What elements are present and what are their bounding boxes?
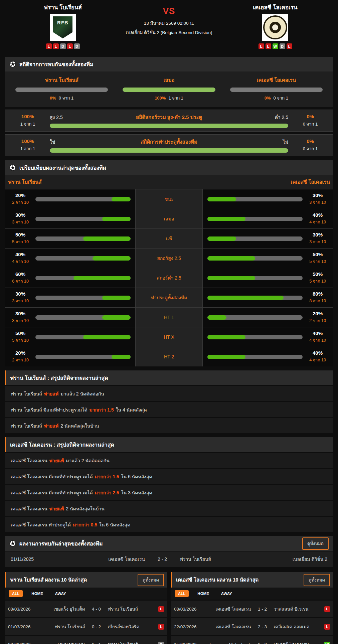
away-percent: 20% bbox=[307, 311, 329, 316]
away-percent: 40% bbox=[307, 330, 329, 336]
away-bar bbox=[207, 315, 303, 320]
away-side: 50%5 จาก 10 bbox=[203, 268, 333, 288]
summary-row: เคเอสซี โลเคอเรนพ่ายแพ้2 นัดหลังสุดในบ้า… bbox=[5, 501, 333, 516]
summary-highlight: พ่ายแพ้ bbox=[49, 457, 64, 464]
match-datetime: 13 มีนาคม 2569 02:00 น. bbox=[110, 19, 228, 27]
away-count: 3 จาก 10 bbox=[307, 199, 329, 206]
section-header: สถิติจากการพบกันของทั้งสองทีม bbox=[5, 57, 333, 71]
home-recent-table: ฟราน โบเรียนส์ ผลงาน 10 นัดล่าสุด ดูทั้ง… bbox=[5, 572, 167, 644]
compare-row-label: ชนะ bbox=[135, 189, 203, 209]
home-percent: 30% bbox=[9, 311, 31, 316]
summary-row: เคเอสซี โลเคอเรนพ่ายแพ้มาแล้ว 2 นัดติดต่… bbox=[5, 453, 333, 468]
home-bar bbox=[35, 276, 131, 280]
home-bar bbox=[35, 315, 131, 320]
view-all-button[interactable]: ดูทั้งหมด bbox=[138, 574, 164, 586]
home-bar bbox=[35, 335, 131, 339]
summary-highlight: พ่ายแพ้ bbox=[44, 390, 59, 397]
home-form-badges: L L D L D bbox=[9, 43, 116, 49]
match-row[interactable]: 01/03/2026ฟราน โบเรียนส์0 - 2เบียรส์ชอทว… bbox=[5, 618, 167, 635]
view-all-button[interactable]: ดูทั้งหมด bbox=[302, 537, 329, 550]
summary-row: ฟราน โบเรียนส์พ่ายแพ้มาแล้ว 2 นัดติดต่อก… bbox=[5, 386, 333, 401]
tab-away[interactable]: AWAY bbox=[218, 590, 235, 597]
match-row[interactable]: 22/02/2026เคเอสซี โลเคอเรน2 - 3เควีเอสเค… bbox=[171, 618, 333, 635]
home-team-name: ฟราน โบเรียนส์ bbox=[9, 3, 116, 12]
view-all-button[interactable]: ดูทั้งหมด bbox=[304, 574, 330, 586]
away-bar bbox=[207, 256, 303, 261]
form-badge: D bbox=[60, 43, 66, 49]
match-row[interactable]: 22/02/2026เคเอเอส ยูเปน1 - 1ฟราน โบเรียน… bbox=[5, 636, 167, 644]
home-side: 60%6 จาก 10 bbox=[5, 268, 135, 288]
home-team: ฟราน โบเรียนส์ bbox=[40, 623, 88, 630]
result-badge: L bbox=[158, 624, 164, 630]
count-value: 0 จาก 1 bbox=[292, 145, 328, 152]
summary-row: เคเอสซี โลเคอเรน ทำประตูได้มากกว่า 0.5ใน… bbox=[5, 517, 333, 532]
away-team-name: เคเอสซี โลเคอเรน bbox=[222, 3, 329, 12]
h2h-match-row[interactable]: 01/11/2025 เคเอสซี โลเคอเรน 2 - 2 ฟราน โ… bbox=[5, 551, 333, 567]
away-team-block: เคเอสซี โลเคอเรน L L W D L bbox=[222, 3, 329, 49]
away-team-logo bbox=[262, 14, 288, 41]
compare-row: 30%3 จาก 10 เสมอ 40%4 จาก 10 bbox=[5, 209, 333, 228]
result-badge: W bbox=[324, 642, 330, 644]
away-count: 8 จาก 10 bbox=[307, 298, 329, 304]
match-date: 22/02/2026 bbox=[174, 624, 206, 629]
home-percent: 50% bbox=[9, 330, 31, 336]
home-percent: 30% bbox=[9, 212, 31, 218]
away-summary-section: เคเอสซี โลเคอเรน : สรุปสถิติจากผลงานล่าส… bbox=[5, 437, 333, 532]
column-label: เคเอสซี โลเคอเรน bbox=[230, 76, 323, 84]
tab-away[interactable]: AWAY bbox=[52, 590, 69, 597]
compare-team-names: ฟราน โบเรียนส์ เคเอสซี โลเคอเรน bbox=[5, 175, 333, 189]
tab-home[interactable]: HOME bbox=[194, 590, 212, 597]
summary-text: ฟราน โบเรียนส์ มีเกมที่ทำประตูรวมได้ bbox=[11, 406, 87, 414]
away-side: 30%3 จาก 10 bbox=[203, 229, 333, 248]
round-crest-icon bbox=[263, 15, 287, 39]
away-side: 80%8 จาก 10 bbox=[203, 288, 333, 307]
percent-value: 100% bbox=[155, 96, 166, 101]
percent-value: 0% bbox=[50, 96, 56, 101]
filter-tabs: ALL HOME AWAY bbox=[5, 588, 167, 600]
summary-highlight: มากกว่า 0.5 bbox=[73, 521, 97, 528]
btts-band: 100% 1 จาก 1 ใช่ สถิติการทำประตูทั้งสองท… bbox=[5, 134, 333, 156]
home-team: Jeunesse Molenbeek bbox=[206, 642, 254, 644]
summary-text: เคเอสซี โลเคอเรน ทำประตูได้ bbox=[11, 521, 71, 528]
summary-highlight: มากกว่า 1.5 bbox=[89, 406, 114, 414]
compare-home-name: ฟราน โบเรียนส์ bbox=[8, 178, 41, 186]
progress-bar bbox=[230, 88, 323, 92]
away-bar bbox=[207, 236, 303, 241]
match-row[interactable]: 08/03/2026เชอแร็ง ยูไนเต็ด4 - 0ฟราน โบเร… bbox=[5, 601, 167, 617]
h2h-results-section: ผลงานการพบกันล่าสุดของทั้งสองทีม ดูทั้งห… bbox=[5, 536, 333, 567]
tab-home[interactable]: HOME bbox=[28, 590, 46, 597]
over-under-band: 100% 1 จาก 1 สูง 2.5 สถิติสกอร์รวม สูง-ต… bbox=[5, 110, 333, 132]
away-percent: 40% bbox=[307, 350, 329, 356]
match-row[interactable]: 15/02/2026Jeunesse Molenbeek1 - 2เคเอสซี… bbox=[171, 636, 333, 644]
tab-all[interactable]: ALL bbox=[175, 590, 189, 597]
home-side: 30%3 จาก 10 bbox=[5, 308, 135, 327]
right-option-label: ต่ำ 2.5 bbox=[248, 114, 288, 121]
match-date: 01/03/2026 bbox=[8, 624, 40, 629]
away-team: เคเอสซี โลเคอเรน bbox=[271, 641, 319, 644]
away-bar bbox=[207, 355, 303, 359]
section-title: ผลงานการพบกันล่าสุดของทั้งสองทีม bbox=[19, 539, 103, 548]
compare-away-name: เคเอสซี โลเคอเรน bbox=[291, 178, 330, 186]
count-value: 0 จาก 1 bbox=[273, 96, 288, 101]
home-count: 3 จาก 10 bbox=[9, 317, 31, 324]
shield-crest-icon: RFB bbox=[53, 16, 72, 38]
summary-highlight: มากกว่า 1.5 bbox=[95, 473, 119, 480]
home-percent: 40% bbox=[9, 252, 31, 257]
result-badge: L bbox=[158, 606, 164, 612]
form-badge: L bbox=[266, 43, 271, 49]
summary-highlight: มากกว่า 2.5 bbox=[95, 489, 119, 496]
summary-text: มาแล้ว 2 นัดติดต่อกัน bbox=[66, 457, 110, 464]
summary-text: เคเอสซี โลเคอเรน bbox=[11, 457, 47, 464]
summary-row: ฟราน โบเรียนส์พ่ายแพ้2 นัดหลังสุดในบ้าน bbox=[5, 418, 333, 433]
match-date: 08/03/2026 bbox=[8, 607, 40, 612]
band-title: สถิติสกอร์รวม สูง-ต่ำ 2.5 ประตู bbox=[90, 113, 248, 121]
home-team: เชอแร็ง ยูไนเต็ด bbox=[40, 605, 88, 613]
match-date: 01/11/2025 bbox=[11, 556, 61, 562]
away-bar bbox=[207, 197, 303, 201]
home-logo-text: RFB bbox=[57, 20, 68, 25]
match-row[interactable]: 08/03/2026เคเอสซี โลเคอเรน1 - 2วาสแลนด์ … bbox=[171, 601, 333, 617]
tab-all[interactable]: ALL bbox=[9, 590, 23, 597]
band-title: สถิติการทำประตูทั้งสองทีม bbox=[90, 138, 248, 146]
home-side: 50%5 จาก 10 bbox=[5, 229, 135, 248]
form-badge: L bbox=[287, 43, 292, 49]
